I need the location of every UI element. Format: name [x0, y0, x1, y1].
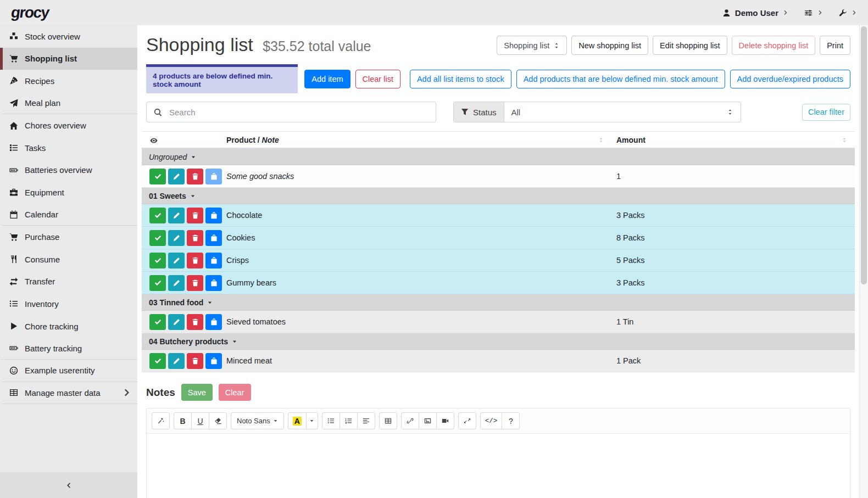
mark-done-button[interactable] [149, 230, 166, 246]
paragraph-align-button[interactable] [357, 412, 375, 429]
edit-shopping-list-button[interactable]: Edit shopping list [653, 36, 727, 55]
add-overdue-button[interactable]: Add overdue/expired products [730, 70, 850, 88]
sidebar-item-example-userentity[interactable]: Example userentity [0, 360, 137, 382]
settings-menu[interactable] [804, 9, 823, 17]
unordered-list-button[interactable] [322, 412, 340, 429]
delete-item-button[interactable] [187, 208, 203, 223]
group-header-ungrouped[interactable]: Ungrouped [142, 149, 855, 165]
clear-filter-button[interactable]: Clear filter [802, 104, 850, 121]
highlight-color-button[interactable]: A [288, 412, 307, 429]
sidebar-item-manage-master-data[interactable]: Manage master data [0, 382, 137, 405]
clear-formatting-button[interactable] [209, 412, 227, 429]
add-to-stock-button[interactable] [205, 275, 222, 291]
delete-shopping-list-button[interactable]: Delete shopping list [732, 36, 816, 55]
sidebar-item-chores-overview[interactable]: Chores overview [0, 114, 137, 137]
sidebar-item-chore-tracking[interactable]: Chore tracking [0, 315, 137, 338]
add-to-stock-button[interactable] [205, 314, 222, 330]
amount-column-header[interactable]: Amount [611, 136, 855, 144]
print-button[interactable]: Print [820, 36, 850, 55]
sidebar-item-inventory[interactable]: Inventory [0, 293, 137, 315]
delete-item-button[interactable] [187, 169, 203, 184]
table-group [379, 412, 397, 429]
code-view-button[interactable]: </> [480, 412, 503, 429]
magic-wand-button[interactable] [152, 412, 170, 429]
code-group: </> ? [480, 412, 520, 429]
product-column-header[interactable]: Product / Note [224, 136, 611, 144]
edit-item-button[interactable] [168, 230, 185, 246]
sidebar-item-battery-tracking[interactable]: Battery tracking [0, 337, 137, 360]
bold-button[interactable]: B [174, 412, 192, 429]
min-stock-alert[interactable]: 4 products are below defined min. stock … [146, 64, 298, 93]
delete-item-button[interactable] [187, 230, 203, 246]
page-scrollbar[interactable] [859, 25, 868, 498]
admin-menu[interactable] [838, 9, 857, 17]
sidebar-item-tasks[interactable]: Tasks [0, 137, 137, 159]
add-to-stock-button[interactable] [205, 230, 222, 246]
status-select[interactable]: All [504, 102, 741, 122]
search-input[interactable] [168, 107, 429, 117]
add-all-to-stock-button[interactable]: Add all list items to stock [410, 70, 511, 88]
delete-item-button[interactable] [187, 275, 203, 291]
save-notes-button[interactable]: Save [181, 384, 213, 401]
sidebar-item-purchase[interactable]: Purchase [0, 226, 137, 248]
sidebar-collapse-button[interactable] [0, 472, 137, 498]
add-item-button[interactable]: Add item [304, 70, 350, 88]
sidebar-item-consume[interactable]: Consume [0, 248, 137, 271]
mark-done-button[interactable] [149, 353, 166, 369]
mark-done-button[interactable] [149, 253, 166, 268]
clear-notes-button[interactable]: Clear [219, 384, 251, 401]
sidebar-item-calendar[interactable]: Calendar [0, 204, 137, 226]
sidebar-item-shopping-list[interactable]: Shopping list [0, 48, 137, 70]
delete-item-button[interactable] [187, 353, 203, 369]
ordered-list-button[interactable] [340, 412, 358, 429]
highlight-color-dropdown[interactable] [306, 412, 318, 429]
mark-done-button[interactable] [149, 169, 166, 184]
group-header-sweets[interactable]: 01 Sweets [142, 188, 855, 204]
add-to-stock-button[interactable] [205, 353, 222, 369]
group-header-tinned-food[interactable]: 03 Tinned food [142, 294, 855, 311]
mark-done-button[interactable] [149, 314, 166, 330]
sidebar-item-recipes[interactable]: Recipes [0, 70, 137, 92]
help-button[interactable]: ? [502, 412, 520, 429]
add-below-min-stock-button[interactable]: Add products that are below defined min.… [516, 70, 725, 88]
visibility-column-header[interactable] [142, 135, 224, 144]
sidebar-item-stock-overview[interactable]: Stock overview [0, 25, 137, 48]
group-header-butchery-products[interactable]: 04 Butchery products [142, 333, 855, 350]
pizza-slice-icon [9, 76, 19, 85]
delete-item-button[interactable] [187, 314, 203, 330]
insert-picture-button[interactable] [419, 412, 437, 429]
insert-table-button[interactable] [379, 412, 397, 429]
font-family-select[interactable]: Noto Sans [231, 412, 284, 429]
insert-link-button[interactable] [401, 412, 419, 429]
new-shopping-list-button[interactable]: New shopping list [571, 36, 648, 55]
mark-done-button[interactable] [149, 275, 166, 291]
magic-wand-icon [157, 417, 164, 424]
edit-item-button[interactable] [168, 208, 185, 223]
edit-item-button[interactable] [168, 275, 185, 291]
sidebar-item-equipment[interactable]: Equipment [0, 181, 137, 204]
underline-button[interactable]: U [191, 412, 209, 429]
sidebar-item-transfer[interactable]: Transfer [0, 271, 137, 293]
fullscreen-button[interactable] [458, 412, 476, 429]
note-editor-body[interactable] [147, 434, 850, 498]
delete-item-button[interactable] [187, 253, 203, 268]
user-menu[interactable]: Demo User [722, 8, 788, 18]
add-to-stock-button[interactable] [205, 208, 222, 223]
edit-item-button[interactable] [168, 253, 185, 268]
shopping-list-select[interactable]: Shopping list [497, 36, 567, 55]
edit-item-button[interactable] [168, 314, 185, 330]
sidebar-item-meal-plan[interactable]: Meal plan [0, 92, 137, 115]
sidebar-item-batteries-overview[interactable]: Batteries overview [0, 159, 137, 182]
edit-item-button[interactable] [168, 353, 185, 369]
edit-item-button[interactable] [168, 169, 185, 184]
add-to-stock-button[interactable] [205, 253, 222, 268]
page-head: Shopping list $35.52 total value Shoppin… [142, 32, 855, 59]
mark-done-button[interactable] [149, 208, 166, 223]
amount-text: 3 Packs [616, 211, 645, 220]
insert-video-button[interactable] [436, 412, 454, 429]
app-logo[interactable]: grocy [8, 4, 50, 21]
caret-down-icon [207, 300, 213, 305]
add-to-stock-button[interactable] [205, 169, 222, 184]
scrollbar-thumb[interactable] [861, 26, 867, 284]
clear-list-button[interactable]: Clear list [355, 70, 400, 88]
